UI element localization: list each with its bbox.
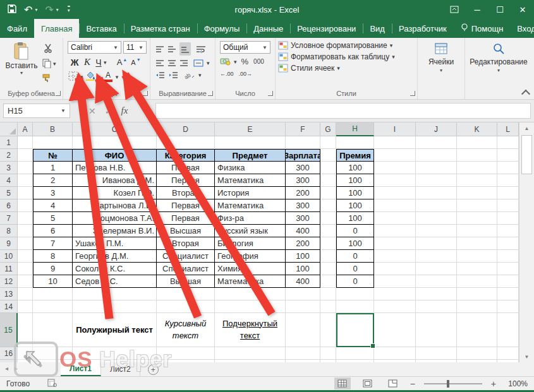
zoom-out-icon[interactable]: − <box>410 379 415 389</box>
cell-D14[interactable] <box>157 300 215 313</box>
cell-F12[interactable]: 400 <box>286 275 320 288</box>
col-header-C[interactable]: C <box>73 122 157 136</box>
increase-indent-icon[interactable] <box>169 72 178 78</box>
cell-A15[interactable] <box>18 313 33 347</box>
cell-H1[interactable] <box>336 136 374 149</box>
tab-5[interactable]: Данные <box>246 19 290 38</box>
formula-input[interactable] <box>155 103 531 119</box>
cell-K2[interactable] <box>457 149 497 162</box>
cell-L12[interactable] <box>497 275 519 288</box>
cell-J11[interactable] <box>416 263 457 275</box>
font-color-dropdown-icon[interactable]: ▾ <box>113 74 121 80</box>
sheet-tab-Лист1[interactable]: Лист1 <box>61 362 101 376</box>
cell-J10[interactable] <box>416 250 457 263</box>
cell-A1[interactable] <box>18 136 33 149</box>
wrap-text-icon[interactable] <box>196 45 206 53</box>
cell-L2[interactable] <box>497 149 519 162</box>
cell-H9[interactable]: 100 <box>336 237 374 250</box>
cell-K10[interactable] <box>457 250 497 263</box>
cell-C6[interactable]: Мартынова Л.И. <box>73 199 157 212</box>
col-header-D[interactable]: D <box>157 122 215 136</box>
underline-dropdown-icon[interactable]: ▾ <box>104 59 111 66</box>
cell-G9[interactable] <box>320 237 336 250</box>
cell-I8[interactable] <box>374 225 416 237</box>
cell-I6[interactable] <box>374 199 416 212</box>
cell-G3[interactable] <box>320 162 336 174</box>
cell-J6[interactable] <box>416 199 457 212</box>
cell-F8[interactable]: 400 <box>286 225 320 237</box>
cell-H14[interactable] <box>336 300 374 313</box>
cell-C13[interactable] <box>73 288 157 300</box>
cell-I16[interactable] <box>374 347 416 360</box>
cell-C3[interactable]: Петрова Н.В. <box>73 162 157 174</box>
cell-D2[interactable]: Категория <box>157 149 215 162</box>
scroll-down-icon[interactable]: ▼ <box>519 351 534 362</box>
accounting-dropdown-icon[interactable]: ▾ <box>234 59 237 65</box>
cell-B13[interactable] <box>33 288 73 300</box>
cell-C1[interactable] <box>73 136 157 149</box>
cell-K5[interactable] <box>457 187 497 199</box>
cell-F3[interactable]: 300 <box>286 162 320 174</box>
cell-C7[interactable]: Боцмонова Т.А. <box>73 212 157 225</box>
cell-G2[interactable] <box>320 149 336 162</box>
row-header-1[interactable]: 1 <box>0 136 18 149</box>
cell-E8[interactable]: Русский язык <box>215 225 286 237</box>
cell-G8[interactable] <box>320 225 336 237</box>
tab-7[interactable]: Вид <box>363 19 392 38</box>
row-header-7[interactable]: 7 <box>0 212 18 225</box>
cell-A10[interactable] <box>18 250 33 263</box>
cell-H2[interactable]: Премия <box>336 149 374 162</box>
cell-D8[interactable]: Высшая <box>157 225 215 237</box>
cell-G12[interactable] <box>320 275 336 288</box>
cell-D4[interactable]: Первая <box>157 174 215 187</box>
page-layout-view-icon[interactable] <box>360 377 376 389</box>
col-header-G[interactable]: G <box>320 122 336 136</box>
align-top-icon[interactable] <box>155 46 164 52</box>
col-header-J[interactable]: J <box>416 122 457 136</box>
align-left-icon[interactable] <box>155 60 164 66</box>
paste-button[interactable]: Вставить ▾ <box>5 42 38 76</box>
undo-icon[interactable]: ↶ <box>24 4 32 16</box>
cell-I15[interactable] <box>374 313 416 347</box>
col-header-H[interactable]: H <box>336 122 374 136</box>
cell-F16[interactable] <box>286 347 320 360</box>
cell-F5[interactable]: 200 <box>286 187 320 199</box>
cell-D3[interactable]: Первая <box>157 162 215 174</box>
cell-G4[interactable] <box>320 174 336 187</box>
cell-K12[interactable] <box>457 275 497 288</box>
maximize-button[interactable]: ☐ <box>488 0 511 19</box>
cell-J2[interactable] <box>416 149 457 162</box>
font-color-icon[interactable]: А <box>103 72 113 82</box>
cell-C11[interactable]: Соколов К.С. <box>73 263 157 275</box>
cell-A7[interactable] <box>18 212 33 225</box>
save-icon[interactable] <box>8 4 16 15</box>
cell-K13[interactable] <box>457 288 497 300</box>
tab-1[interactable]: Главная <box>34 19 79 38</box>
cell-B10[interactable]: 8 <box>33 250 73 263</box>
page-break-view-icon[interactable] <box>385 377 401 389</box>
cell-C4[interactable]: Иванова Д.М. <box>73 174 157 187</box>
increase-decimal-button[interactable]: ←.00 <box>220 71 234 77</box>
cell-I4[interactable] <box>374 174 416 187</box>
cell-I5[interactable] <box>374 187 416 199</box>
cell-B4[interactable]: 2 <box>33 174 73 187</box>
cell-I13[interactable] <box>374 288 416 300</box>
row-header-9[interactable]: 9 <box>0 237 18 250</box>
col-header-E[interactable]: E <box>215 122 286 136</box>
cell-H10[interactable]: 0 <box>336 250 374 263</box>
cell-H4[interactable]: 100 <box>336 174 374 187</box>
cell-D1[interactable] <box>157 136 215 149</box>
fill-color-dropdown-icon[interactable]: ▾ <box>95 74 103 80</box>
cell-D12[interactable]: Высшая <box>157 275 215 288</box>
select-all-corner[interactable] <box>0 122 18 136</box>
col-header-L[interactable]: L <box>497 122 519 136</box>
cell-J12[interactable] <box>416 275 457 288</box>
styles-item-1[interactable]: Условное форматирование▾ <box>276 40 417 51</box>
cell-A13[interactable] <box>18 288 33 300</box>
cell-L6[interactable] <box>497 199 519 212</box>
fill-color-icon[interactable] <box>85 71 95 83</box>
cell-K3[interactable] <box>457 162 497 174</box>
cell-J3[interactable] <box>416 162 457 174</box>
cell-E16[interactable] <box>215 347 286 360</box>
percent-style-button[interactable]: % <box>241 57 249 66</box>
